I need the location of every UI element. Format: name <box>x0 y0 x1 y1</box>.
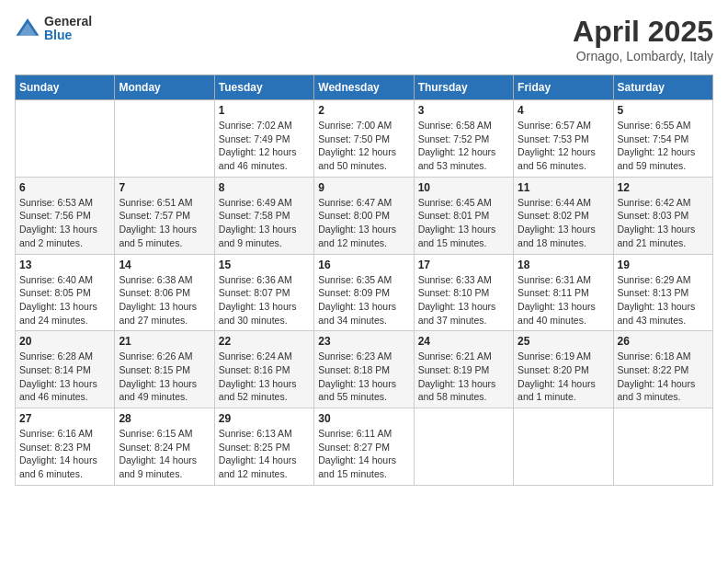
day-detail: Sunrise: 6:23 AM Sunset: 8:18 PM Dayligh… <box>318 350 409 404</box>
calendar-cell: 12Sunrise: 6:42 AM Sunset: 8:03 PM Dayli… <box>613 177 712 254</box>
calendar-cell <box>613 408 712 486</box>
day-detail: Sunrise: 6:47 AM Sunset: 8:00 PM Dayligh… <box>318 196 409 250</box>
day-number: 20 <box>19 335 110 348</box>
calendar-cell: 24Sunrise: 6:21 AM Sunset: 8:19 PM Dayli… <box>414 331 513 408</box>
calendar-cell <box>414 408 513 486</box>
calendar-week-row: 1Sunrise: 7:02 AM Sunset: 7:49 PM Daylig… <box>16 100 713 178</box>
day-detail: Sunrise: 6:15 AM Sunset: 8:24 PM Dayligh… <box>119 427 210 481</box>
day-number: 10 <box>418 181 509 194</box>
calendar-cell: 1Sunrise: 7:02 AM Sunset: 7:49 PM Daylig… <box>214 100 313 178</box>
day-detail: Sunrise: 6:13 AM Sunset: 8:25 PM Dayligh… <box>219 427 310 481</box>
subtitle: Ornago, Lombardy, Italy <box>573 49 713 63</box>
day-header: Monday <box>115 75 214 100</box>
title-block: April 2025 Ornago, Lombardy, Italy <box>573 15 713 63</box>
logo: General Blue <box>15 15 92 43</box>
calendar-week-row: 20Sunrise: 6:28 AM Sunset: 8:14 PM Dayli… <box>16 331 713 408</box>
calendar-cell <box>514 408 613 486</box>
logo-text: General Blue <box>44 15 92 43</box>
day-number: 24 <box>418 335 509 348</box>
day-detail: Sunrise: 6:16 AM Sunset: 8:23 PM Dayligh… <box>19 427 110 481</box>
day-number: 13 <box>19 259 110 271</box>
day-detail: Sunrise: 6:29 AM Sunset: 8:13 PM Dayligh… <box>618 273 709 327</box>
day-detail: Sunrise: 6:45 AM Sunset: 8:01 PM Dayligh… <box>418 196 509 250</box>
calendar-cell: 15Sunrise: 6:36 AM Sunset: 8:07 PM Dayli… <box>214 254 313 331</box>
calendar-cell <box>115 100 214 178</box>
calendar-week-row: 6Sunrise: 6:53 AM Sunset: 7:56 PM Daylig… <box>16 177 713 254</box>
calendar-cell: 4Sunrise: 6:57 AM Sunset: 7:53 PM Daylig… <box>514 100 613 178</box>
day-number: 7 <box>119 181 210 194</box>
calendar-cell: 22Sunrise: 6:24 AM Sunset: 8:16 PM Dayli… <box>214 331 313 408</box>
calendar-cell: 6Sunrise: 6:53 AM Sunset: 7:56 PM Daylig… <box>16 177 115 254</box>
day-detail: Sunrise: 6:24 AM Sunset: 8:16 PM Dayligh… <box>219 350 310 404</box>
calendar-cell: 5Sunrise: 6:55 AM Sunset: 7:54 PM Daylig… <box>613 100 712 178</box>
day-header: Thursday <box>414 75 513 100</box>
day-detail: Sunrise: 6:44 AM Sunset: 8:02 PM Dayligh… <box>518 196 609 250</box>
day-number: 28 <box>119 412 210 425</box>
day-header: Saturday <box>613 75 712 100</box>
day-detail: Sunrise: 6:35 AM Sunset: 8:09 PM Dayligh… <box>318 273 409 327</box>
day-detail: Sunrise: 7:02 AM Sunset: 7:49 PM Dayligh… <box>219 119 310 173</box>
day-number: 22 <box>219 335 310 348</box>
day-number: 27 <box>19 412 110 425</box>
calendar-cell: 21Sunrise: 6:26 AM Sunset: 8:15 PM Dayli… <box>115 331 214 408</box>
day-detail: Sunrise: 6:51 AM Sunset: 7:57 PM Dayligh… <box>119 196 210 250</box>
day-number: 6 <box>19 181 110 194</box>
day-detail: Sunrise: 6:42 AM Sunset: 8:03 PM Dayligh… <box>618 196 709 250</box>
day-detail: Sunrise: 6:55 AM Sunset: 7:54 PM Dayligh… <box>618 119 709 173</box>
day-detail: Sunrise: 6:18 AM Sunset: 8:22 PM Dayligh… <box>618 350 709 404</box>
day-number: 4 <box>518 104 609 117</box>
day-number: 15 <box>219 259 310 271</box>
day-number: 12 <box>618 181 709 194</box>
day-number: 26 <box>618 335 709 348</box>
day-number: 5 <box>618 104 709 117</box>
day-number: 3 <box>418 104 509 117</box>
calendar-cell: 16Sunrise: 6:35 AM Sunset: 8:09 PM Dayli… <box>314 254 414 331</box>
day-number: 25 <box>518 335 609 348</box>
day-number: 8 <box>219 181 310 194</box>
calendar-cell: 2Sunrise: 7:00 AM Sunset: 7:50 PM Daylig… <box>314 100 414 178</box>
calendar-cell: 28Sunrise: 6:15 AM Sunset: 8:24 PM Dayli… <box>115 408 214 486</box>
calendar-cell: 29Sunrise: 6:13 AM Sunset: 8:25 PM Dayli… <box>214 408 313 486</box>
day-header: Tuesday <box>214 75 313 100</box>
calendar-cell: 3Sunrise: 6:58 AM Sunset: 7:52 PM Daylig… <box>414 100 513 178</box>
day-number: 16 <box>318 259 409 271</box>
day-number: 19 <box>618 259 709 271</box>
logo-blue: Blue <box>44 29 92 42</box>
day-detail: Sunrise: 6:40 AM Sunset: 8:05 PM Dayligh… <box>19 273 110 327</box>
calendar-cell: 18Sunrise: 6:31 AM Sunset: 8:11 PM Dayli… <box>514 254 613 331</box>
calendar-header-row: SundayMondayTuesdayWednesdayThursdayFrid… <box>16 75 713 100</box>
main-title: April 2025 <box>573 15 713 49</box>
calendar-cell: 11Sunrise: 6:44 AM Sunset: 8:02 PM Dayli… <box>514 177 613 254</box>
calendar-cell: 8Sunrise: 6:49 AM Sunset: 7:58 PM Daylig… <box>214 177 313 254</box>
calendar-week-row: 13Sunrise: 6:40 AM Sunset: 8:05 PM Dayli… <box>16 254 713 331</box>
day-number: 21 <box>119 335 210 348</box>
calendar-cell: 26Sunrise: 6:18 AM Sunset: 8:22 PM Dayli… <box>613 331 712 408</box>
calendar-cell: 7Sunrise: 6:51 AM Sunset: 7:57 PM Daylig… <box>115 177 214 254</box>
day-number: 29 <box>219 412 310 425</box>
day-detail: Sunrise: 6:28 AM Sunset: 8:14 PM Dayligh… <box>19 350 110 404</box>
calendar-week-row: 27Sunrise: 6:16 AM Sunset: 8:23 PM Dayli… <box>16 408 713 486</box>
day-number: 2 <box>318 104 409 117</box>
day-detail: Sunrise: 6:21 AM Sunset: 8:19 PM Dayligh… <box>418 350 509 404</box>
day-detail: Sunrise: 6:36 AM Sunset: 8:07 PM Dayligh… <box>219 273 310 327</box>
day-detail: Sunrise: 6:38 AM Sunset: 8:06 PM Dayligh… <box>119 273 210 327</box>
calendar-cell: 13Sunrise: 6:40 AM Sunset: 8:05 PM Dayli… <box>16 254 115 331</box>
day-number: 23 <box>318 335 409 348</box>
day-detail: Sunrise: 6:49 AM Sunset: 7:58 PM Dayligh… <box>219 196 310 250</box>
calendar-cell: 20Sunrise: 6:28 AM Sunset: 8:14 PM Dayli… <box>16 331 115 408</box>
day-detail: Sunrise: 7:00 AM Sunset: 7:50 PM Dayligh… <box>318 119 409 173</box>
day-number: 17 <box>418 259 509 271</box>
day-header: Wednesday <box>314 75 414 100</box>
day-detail: Sunrise: 6:26 AM Sunset: 8:15 PM Dayligh… <box>119 350 210 404</box>
calendar-cell: 10Sunrise: 6:45 AM Sunset: 8:01 PM Dayli… <box>414 177 513 254</box>
day-number: 30 <box>318 412 409 425</box>
day-number: 1 <box>219 104 310 117</box>
logo-icon <box>15 16 40 41</box>
calendar-cell: 19Sunrise: 6:29 AM Sunset: 8:13 PM Dayli… <box>613 254 712 331</box>
day-number: 9 <box>318 181 409 194</box>
day-detail: Sunrise: 6:19 AM Sunset: 8:20 PM Dayligh… <box>518 350 609 404</box>
day-number: 11 <box>518 181 609 194</box>
calendar-table: SundayMondayTuesdayWednesdayThursdayFrid… <box>15 75 713 486</box>
calendar-cell: 30Sunrise: 6:11 AM Sunset: 8:27 PM Dayli… <box>314 408 414 486</box>
day-detail: Sunrise: 6:53 AM Sunset: 7:56 PM Dayligh… <box>19 196 110 250</box>
